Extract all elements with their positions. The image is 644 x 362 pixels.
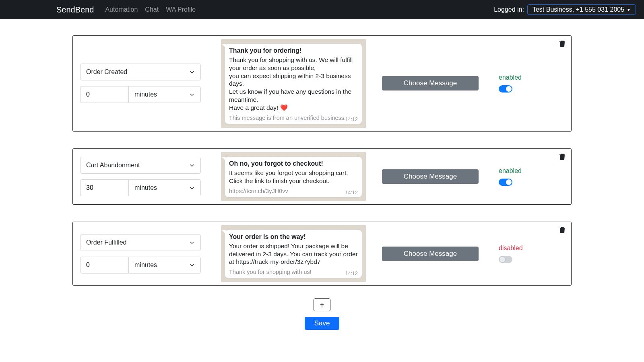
message-footer: This message is from an unverified busin…	[229, 114, 358, 121]
choose-message-button[interactable]: Choose Message	[382, 169, 479, 184]
status-label: disabled	[499, 245, 523, 252]
choose-message-button[interactable]: Choose Message	[382, 76, 479, 90]
delay-unit-select[interactable]: minutes	[128, 179, 201, 196]
message-time: 14:12	[345, 190, 358, 195]
chevron-down-icon	[189, 240, 195, 245]
nav-link-wa-profile[interactable]: WA Profile	[166, 6, 196, 13]
delete-rule-button[interactable]	[559, 226, 566, 233]
account-dropdown[interactable]: Test Business, +1 555 031 2005 ▼	[527, 4, 636, 15]
caret-down-icon: ▼	[627, 8, 631, 12]
automation-rule-card: Cart Abandonment minutes Oh no, you forg…	[72, 148, 572, 205]
nav-link-chat[interactable]: Chat	[145, 6, 159, 13]
chevron-down-icon	[189, 92, 195, 97]
message-preview: Thank you for ordering! Thank you for sh…	[221, 39, 366, 128]
save-button[interactable]: Save	[305, 317, 340, 330]
message-footer: https://tcrn.ch/3yJH0vv	[229, 187, 358, 195]
chevron-down-icon	[189, 69, 195, 75]
automation-rule-card: Order Created minutes Thank you for orde…	[72, 35, 572, 132]
delete-rule-button[interactable]	[559, 40, 566, 47]
trigger-select[interactable]: Order Created	[80, 64, 201, 80]
top-navbar: SendBend Automation Chat WA Profile Logg…	[0, 0, 644, 19]
enable-toggle[interactable]	[499, 256, 512, 263]
enable-toggle[interactable]	[499, 85, 512, 93]
enable-toggle[interactable]	[499, 179, 512, 186]
nav-link-automation[interactable]: Automation	[105, 6, 138, 13]
brand-logo[interactable]: SendBend	[56, 5, 94, 14]
logged-in-label: Logged in:	[494, 6, 524, 13]
delete-rule-button[interactable]	[559, 153, 566, 160]
message-title: Oh no, you forgot to checkout!	[229, 160, 358, 167]
message-preview: Your order is on the way! Your order is …	[221, 225, 366, 282]
trigger-select[interactable]: Order Fulfilled	[80, 234, 201, 251]
message-title: Thank you for ordering!	[229, 47, 358, 54]
trigger-select[interactable]: Cart Abandonment	[80, 157, 201, 174]
status-label: enabled	[499, 167, 522, 175]
automation-rule-card: Order Fulfilled minutes Your order is on…	[72, 222, 572, 286]
delay-unit-value: minutes	[134, 261, 157, 269]
delay-value-input[interactable]	[80, 257, 128, 274]
choose-message-button[interactable]: Choose Message	[382, 247, 479, 261]
delay-unit-select[interactable]: minutes	[128, 86, 201, 103]
add-rule-button[interactable]: +	[314, 298, 330, 311]
delay-unit-select[interactable]: minutes	[128, 257, 201, 274]
delay-value-input[interactable]	[80, 179, 128, 196]
message-body: Thank you for shopping with us. We will …	[229, 56, 358, 112]
delay-unit-value: minutes	[134, 91, 157, 98]
trigger-select-value: Order Created	[86, 68, 127, 76]
trigger-select-value: Cart Abandonment	[86, 162, 140, 169]
status-label: enabled	[499, 74, 522, 81]
delay-value-input[interactable]	[80, 86, 128, 103]
chevron-down-icon	[189, 262, 195, 268]
account-name: Test Business, +1 555 031 2005	[533, 6, 624, 13]
chevron-down-icon	[189, 185, 195, 191]
message-body: Your order is shipped! Your package will…	[229, 242, 358, 266]
message-body: It seems like you forgot your shopping c…	[229, 169, 358, 185]
message-time: 14:12	[345, 117, 358, 122]
message-time: 14:12	[345, 271, 358, 276]
delay-unit-value: minutes	[134, 184, 157, 191]
trigger-select-value: Order Fulfilled	[86, 239, 126, 246]
chevron-down-icon	[189, 162, 195, 168]
automation-rules-container: Order Created minutes Thank you for orde…	[68, 19, 576, 338]
message-preview: Oh no, you forgot to checkout! It seems …	[221, 152, 366, 201]
message-title: Your order is on the way!	[229, 233, 358, 241]
message-footer: Thank you for shopping with us!	[229, 268, 358, 276]
